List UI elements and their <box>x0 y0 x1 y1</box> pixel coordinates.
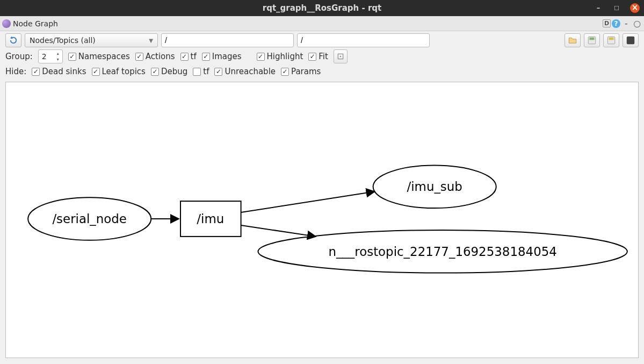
graph-topic-imu-label: /imu <box>197 212 224 226</box>
checkbox-icon <box>281 68 289 76</box>
node-filter-field[interactable] <box>165 36 290 45</box>
hide-label: Hide: <box>5 67 26 76</box>
ros-graph-svg: /serial_node /imu /imu_sub n___rostopic_… <box>6 82 638 358</box>
group-depth-value: 2 <box>42 52 47 61</box>
namespaces-label: Namespaces <box>78 52 130 61</box>
refresh-button[interactable] <box>5 33 21 47</box>
topic-filter-input[interactable] <box>297 33 430 47</box>
tf-hide-checkbox[interactable]: tf <box>193 67 209 76</box>
debug-label: Debug <box>161 67 187 76</box>
namespaces-checkbox[interactable]: Namespaces <box>68 52 130 61</box>
help-button[interactable]: ? <box>612 19 620 28</box>
graph-node-rostopic-echo-label: n___rostopic_22177_1692538184054 <box>328 245 556 259</box>
save-image-icon <box>626 35 635 45</box>
spin-down-icon[interactable]: ▾ <box>54 56 62 62</box>
save-svg-button[interactable] <box>603 33 619 47</box>
save-svg-icon <box>606 35 616 45</box>
group-depth-spinbox[interactable]: 2 ▴ ▾ <box>38 49 63 63</box>
checkbox-icon <box>193 68 201 76</box>
window-title: rqt_graph__RosGraph - rqt <box>263 3 381 13</box>
view-mode-value: Nodes/Topics (all) <box>30 36 96 45</box>
fit-view-icon <box>337 53 344 60</box>
graph-edge-imu-to-imu-sub <box>241 191 375 212</box>
images-checkbox[interactable]: Images <box>202 52 242 61</box>
graph-node-imu-sub-label: /imu_sub <box>407 180 462 194</box>
window-titlebar: rqt_graph__RosGraph - rqt <box>0 0 644 16</box>
spin-up-icon[interactable]: ▴ <box>54 51 62 56</box>
debug-checkbox[interactable]: Debug <box>151 67 187 76</box>
actions-label: Actions <box>146 52 175 61</box>
plugin-header: Node Graph D ? - ◯ <box>0 16 644 31</box>
refresh-icon <box>9 35 18 45</box>
chevron-down-icon: ▼ <box>149 38 153 44</box>
svg-rect-1 <box>590 38 595 40</box>
checkbox-icon <box>92 68 100 76</box>
leaf-topics-checkbox[interactable]: Leaf topics <box>92 67 146 76</box>
group-options-row: Group: 2 ▴ ▾ Namespaces Actions tf Image… <box>0 48 644 66</box>
tf-hide-label: tf <box>203 67 209 76</box>
highlight-checkbox[interactable]: Highlight <box>257 52 303 61</box>
save-image-button[interactable] <box>623 33 639 47</box>
window-close-button[interactable] <box>630 3 640 13</box>
images-label: Images <box>212 52 242 61</box>
checkbox-icon <box>214 68 222 76</box>
svg-point-6 <box>340 56 341 57</box>
params-checkbox[interactable]: Params <box>281 67 321 76</box>
checkbox-icon <box>202 53 210 61</box>
checkbox-icon <box>135 53 143 61</box>
checkbox-icon <box>180 53 189 61</box>
hide-options-row: Hide: Dead sinks Leaf topics Debug tf Un… <box>0 66 644 78</box>
unreachable-label: Unreachable <box>225 67 276 76</box>
checkbox-icon <box>257 53 265 61</box>
checkbox-icon <box>151 68 159 76</box>
svg-rect-4 <box>627 37 634 44</box>
node-filter-input[interactable] <box>161 33 294 47</box>
dock-toggle-button[interactable]: D <box>603 19 611 27</box>
plugin-title: Node Graph <box>13 19 58 28</box>
save-dot-button[interactable] <box>584 33 600 47</box>
open-file-icon <box>568 35 577 45</box>
unreachable-checkbox[interactable]: Unreachable <box>214 67 276 76</box>
save-dot-icon <box>587 35 597 45</box>
minimize-panel-button[interactable]: - <box>621 19 631 28</box>
tf-group-label: tf <box>191 52 197 61</box>
load-dot-button[interactable] <box>565 33 581 47</box>
node-graph-icon <box>2 19 11 28</box>
topic-filter-field[interactable] <box>301 36 426 45</box>
actions-checkbox[interactable]: Actions <box>135 52 175 61</box>
checkbox-icon <box>32 68 40 76</box>
svg-rect-3 <box>609 38 614 40</box>
highlight-label: Highlight <box>267 52 303 61</box>
fit-label: Fit <box>319 52 328 61</box>
dead-sinks-checkbox[interactable]: Dead sinks <box>32 67 86 76</box>
close-panel-button[interactable]: ◯ <box>632 19 642 28</box>
params-label: Params <box>291 67 321 76</box>
toolbar: Nodes/Topics (all) ▼ <box>0 31 644 48</box>
fit-checkbox[interactable]: Fit <box>308 52 328 61</box>
graph-edge-imu-to-rostopic <box>241 225 316 237</box>
dead-sinks-label: Dead sinks <box>42 67 86 76</box>
checkbox-icon <box>308 53 316 61</box>
view-mode-dropdown[interactable]: Nodes/Topics (all) ▼ <box>25 33 158 47</box>
tf-group-checkbox[interactable]: tf <box>180 52 197 61</box>
fit-view-button[interactable] <box>334 49 348 63</box>
leaf-topics-label: Leaf topics <box>102 67 146 76</box>
graph-node-serial-node-label: /serial_node <box>52 212 127 226</box>
window-maximize-button[interactable] <box>612 3 621 13</box>
graph-canvas[interactable]: /serial_node /imu /imu_sub n___rostopic_… <box>5 82 639 358</box>
group-label: Group: <box>5 52 33 61</box>
window-minimize-button[interactable] <box>594 3 603 13</box>
checkbox-icon <box>68 53 76 61</box>
